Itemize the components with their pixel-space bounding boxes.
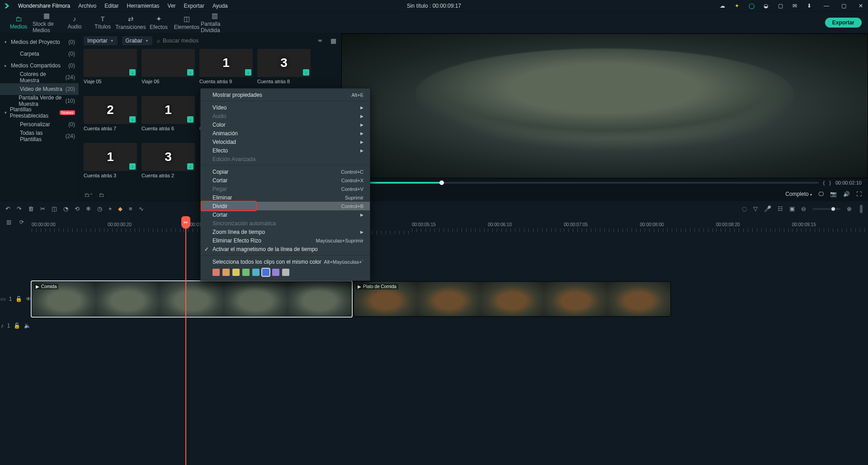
context-menu-item[interactable]: Vídeo▶ xyxy=(201,103,370,112)
sidebar-item[interactable]: ▸Video de Muestra(20) xyxy=(0,83,79,95)
timeline-clip[interactable]: ▶Comida xyxy=(32,281,352,317)
window-minimize[interactable]: — xyxy=(823,2,830,9)
brace-left-icon[interactable]: { xyxy=(823,180,825,185)
zoom-slider[interactable] xyxy=(812,208,840,210)
cloud-icon[interactable]: ☁ xyxy=(719,2,726,9)
color-swatch[interactable] xyxy=(262,269,269,276)
color-swatch[interactable] xyxy=(212,269,220,276)
download-icon[interactable]: ↓ xyxy=(129,69,136,76)
download-icon[interactable]: ↓ xyxy=(187,163,193,170)
tab-audio[interactable]: ♪Audio xyxy=(61,12,89,33)
tab-titulos[interactable]: TTítulos xyxy=(89,12,117,33)
menu-ver[interactable]: Ver xyxy=(168,3,176,9)
context-menu-item[interactable]: Mostrar propiedadesAlt+E xyxy=(201,90,370,99)
crop-icon[interactable]: ◫ xyxy=(52,205,57,212)
color-swatch[interactable] xyxy=(222,269,230,276)
timeline-clip[interactable]: ▶Plato de Comida xyxy=(354,281,671,317)
timeline-scroll-indicator[interactable] xyxy=(860,205,863,213)
freeze-icon[interactable]: ❄ xyxy=(86,205,91,212)
context-menu-item[interactable]: ✓Activar el magnetismo de la línea de ti… xyxy=(201,245,370,253)
folder-icon[interactable]: 🗀 xyxy=(99,192,104,198)
cut-icon[interactable]: ✂ xyxy=(40,205,45,212)
download-icon[interactable]: ↓ xyxy=(129,116,136,123)
playhead[interactable]: ✂ xyxy=(185,216,186,465)
clip-context-menu[interactable]: Mostrar propiedadesAlt+EVídeo▶Audio▶Colo… xyxy=(200,88,370,281)
media-thumbnail[interactable]: 3↓Cuenta atrás 2 xyxy=(142,143,195,178)
menu-exportar[interactable]: Exportar xyxy=(184,3,204,9)
tab-stock[interactable]: ▦Stock de Medios xyxy=(33,12,61,33)
bulb-icon[interactable]: ✦ xyxy=(733,2,741,9)
zoom-in-icon[interactable]: ⊕ xyxy=(847,205,852,212)
context-menu-item[interactable]: Animación▶ xyxy=(201,129,370,138)
context-menu-item[interactable]: Eliminar Efecto RizoMayúsculas+Suprimir xyxy=(201,236,370,245)
context-menu-item[interactable]: Cortar▶ xyxy=(201,210,370,219)
context-menu-item[interactable]: CopiarControl+C xyxy=(201,167,370,176)
delete-icon[interactable]: 🗑 xyxy=(28,205,34,212)
context-menu-item[interactable]: CortarControl+X xyxy=(201,176,370,185)
window-close[interactable]: ✕ xyxy=(857,2,864,9)
media-thumbnail[interactable]: 1↓Cuenta atrás 3 xyxy=(84,143,137,178)
sidebar-item[interactable]: ▸Colores de Muestra(24) xyxy=(0,71,79,83)
context-menu-item[interactable]: Selecciona todos los clips con el mismo … xyxy=(201,257,370,266)
subtitles-icon[interactable]: ☷ xyxy=(778,205,783,212)
context-menu-item[interactable]: Velocidad▶ xyxy=(201,138,370,146)
color-swatch[interactable] xyxy=(252,269,259,276)
tab-elementos[interactable]: ◫Elementos xyxy=(173,12,201,33)
sidebar-item[interactable]: ▾Medios del Proyecto(0) xyxy=(0,36,79,48)
search-input[interactable] xyxy=(163,38,310,44)
menu-archivo[interactable]: Archivo xyxy=(78,3,96,9)
media-thumbnail[interactable]: 3↓Cuenta atrás 8 xyxy=(257,49,311,84)
media-thumbnail[interactable]: ↓Viaje 06 xyxy=(142,49,195,84)
sidebar-item[interactable]: ▸Pantalla Verde de Muestra(10) xyxy=(0,95,79,107)
import-button[interactable]: Importar▼ xyxy=(84,36,118,45)
download-icon[interactable]: ↓ xyxy=(129,163,136,170)
filter-icon[interactable]: ⫧ xyxy=(317,37,323,44)
color-swatch[interactable] xyxy=(272,269,279,276)
preview-progress[interactable] xyxy=(348,182,819,184)
track-visibility-icon[interactable]: 👁 xyxy=(26,296,31,302)
download-icon[interactable]: ↓ xyxy=(303,69,309,76)
camera-icon[interactable]: 📷 xyxy=(830,191,837,197)
mic-icon[interactable]: 🎤 xyxy=(764,205,771,212)
duration-icon[interactable]: ◷ xyxy=(97,205,102,212)
color-swatch[interactable] xyxy=(232,269,240,276)
record-button[interactable]: Grabar▼ xyxy=(122,36,152,45)
reverse-icon[interactable]: ⟲ xyxy=(75,205,80,212)
sidebar-item[interactable]: ▸Personalizar(0) xyxy=(0,119,79,130)
menu-herramientas[interactable]: Herramientas xyxy=(127,3,160,9)
context-menu-item[interactable]: Zoom línea de tiempo▶ xyxy=(201,228,370,236)
sidebar-item[interactable]: ▸Medios Compartidos(0) xyxy=(0,60,79,71)
user-icon[interactable]: ◒ xyxy=(762,2,769,9)
color-swatch[interactable] xyxy=(242,269,250,276)
context-menu-item[interactable]: DividirControl+B xyxy=(201,202,370,210)
tab-efectos[interactable]: ✦Efectos xyxy=(145,12,173,33)
sidebar-item[interactable]: ▾Plantillas PreestablecidasNuevo xyxy=(0,107,79,119)
headphones-icon[interactable]: ◯ xyxy=(748,2,755,9)
adjust-icon[interactable]: ≡ xyxy=(129,205,132,212)
media-thumbnail[interactable]: ↓Viaje 05 xyxy=(84,49,137,84)
render-icon[interactable]: ◌ xyxy=(742,205,747,212)
audio-wave-icon[interactable]: ∿ xyxy=(139,205,144,212)
track-video-icon[interactable]: ▭ xyxy=(0,296,5,302)
track-lock-icon[interactable]: 🔓 xyxy=(15,296,22,302)
track-lock-icon[interactable]: 🔓 xyxy=(14,323,20,329)
tab-split[interactable]: ▥Pantalla Dividida xyxy=(201,12,229,33)
export-button[interactable]: Exportar xyxy=(825,18,862,28)
color-swatch[interactable] xyxy=(282,269,289,276)
search-box[interactable]: ⌕ xyxy=(157,38,310,44)
monitor-icon[interactable]: 🖵 xyxy=(818,191,824,197)
sidebar-item[interactable]: ▸Carpeta(0) xyxy=(0,48,79,60)
download-icon[interactable]: ↓ xyxy=(187,69,193,76)
mail-icon[interactable]: ✉ xyxy=(791,2,798,9)
playhead-scissors-icon[interactable]: ✂ xyxy=(181,216,190,229)
save-icon[interactable]: ▢ xyxy=(777,2,784,9)
track-audio-icon[interactable]: ♪ xyxy=(1,323,4,329)
context-menu-item[interactable]: EliminarSuprimir xyxy=(201,193,370,202)
media-thumbnail[interactable]: 1↓Cuenta atrás 9 xyxy=(199,49,253,84)
marker-icon[interactable]: ▽ xyxy=(753,205,758,212)
timeline-ruler[interactable]: 00:00:00:0000:00:00:2000:00:01:1500:00:0… xyxy=(0,218,868,231)
media-thumbnail[interactable]: 2↓Cuenta atrás 7 xyxy=(84,96,137,131)
menu-editar[interactable]: Editar xyxy=(104,3,118,9)
undo-icon[interactable]: ↶ xyxy=(5,205,10,212)
track-mute-icon[interactable]: 🔈 xyxy=(24,323,31,329)
